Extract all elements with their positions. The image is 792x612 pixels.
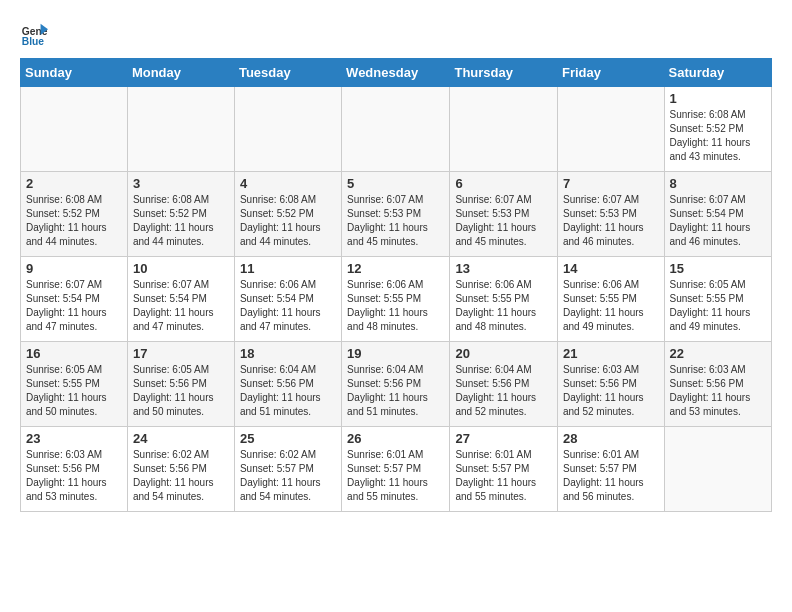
day-info: Sunrise: 6:01 AM Sunset: 5:57 PM Dayligh… <box>455 448 552 504</box>
weekday-header-friday: Friday <box>558 59 665 87</box>
day-number: 21 <box>563 346 659 361</box>
calendar-cell: 18Sunrise: 6:04 AM Sunset: 5:56 PM Dayli… <box>234 342 341 427</box>
day-info: Sunrise: 6:07 AM Sunset: 5:54 PM Dayligh… <box>133 278 229 334</box>
calendar-cell: 25Sunrise: 6:02 AM Sunset: 5:57 PM Dayli… <box>234 427 341 512</box>
day-number: 23 <box>26 431 122 446</box>
day-info: Sunrise: 6:06 AM Sunset: 5:55 PM Dayligh… <box>563 278 659 334</box>
day-number: 14 <box>563 261 659 276</box>
day-info: Sunrise: 6:07 AM Sunset: 5:54 PM Dayligh… <box>670 193 766 249</box>
day-number: 25 <box>240 431 336 446</box>
day-number: 17 <box>133 346 229 361</box>
day-number: 8 <box>670 176 766 191</box>
calendar-cell: 24Sunrise: 6:02 AM Sunset: 5:56 PM Dayli… <box>127 427 234 512</box>
calendar-cell: 15Sunrise: 6:05 AM Sunset: 5:55 PM Dayli… <box>664 257 771 342</box>
day-number: 9 <box>26 261 122 276</box>
day-number: 10 <box>133 261 229 276</box>
day-number: 27 <box>455 431 552 446</box>
day-info: Sunrise: 6:01 AM Sunset: 5:57 PM Dayligh… <box>347 448 444 504</box>
calendar-cell: 13Sunrise: 6:06 AM Sunset: 5:55 PM Dayli… <box>450 257 558 342</box>
calendar-cell: 17Sunrise: 6:05 AM Sunset: 5:56 PM Dayli… <box>127 342 234 427</box>
calendar-cell: 11Sunrise: 6:06 AM Sunset: 5:54 PM Dayli… <box>234 257 341 342</box>
day-info: Sunrise: 6:04 AM Sunset: 5:56 PM Dayligh… <box>240 363 336 419</box>
calendar-cell: 9Sunrise: 6:07 AM Sunset: 5:54 PM Daylig… <box>21 257 128 342</box>
day-number: 13 <box>455 261 552 276</box>
day-info: Sunrise: 6:03 AM Sunset: 5:56 PM Dayligh… <box>563 363 659 419</box>
day-number: 22 <box>670 346 766 361</box>
day-info: Sunrise: 6:04 AM Sunset: 5:56 PM Dayligh… <box>455 363 552 419</box>
calendar-cell: 20Sunrise: 6:04 AM Sunset: 5:56 PM Dayli… <box>450 342 558 427</box>
calendar-cell: 7Sunrise: 6:07 AM Sunset: 5:53 PM Daylig… <box>558 172 665 257</box>
day-info: Sunrise: 6:07 AM Sunset: 5:54 PM Dayligh… <box>26 278 122 334</box>
calendar-cell: 3Sunrise: 6:08 AM Sunset: 5:52 PM Daylig… <box>127 172 234 257</box>
calendar-cell: 27Sunrise: 6:01 AM Sunset: 5:57 PM Dayli… <box>450 427 558 512</box>
day-info: Sunrise: 6:08 AM Sunset: 5:52 PM Dayligh… <box>26 193 122 249</box>
day-number: 12 <box>347 261 444 276</box>
day-info: Sunrise: 6:03 AM Sunset: 5:56 PM Dayligh… <box>26 448 122 504</box>
weekday-header-thursday: Thursday <box>450 59 558 87</box>
weekday-header-saturday: Saturday <box>664 59 771 87</box>
calendar-cell: 8Sunrise: 6:07 AM Sunset: 5:54 PM Daylig… <box>664 172 771 257</box>
day-number: 11 <box>240 261 336 276</box>
calendar-cell: 6Sunrise: 6:07 AM Sunset: 5:53 PM Daylig… <box>450 172 558 257</box>
calendar-cell: 2Sunrise: 6:08 AM Sunset: 5:52 PM Daylig… <box>21 172 128 257</box>
calendar-cell <box>450 87 558 172</box>
day-info: Sunrise: 6:04 AM Sunset: 5:56 PM Dayligh… <box>347 363 444 419</box>
calendar-cell: 21Sunrise: 6:03 AM Sunset: 5:56 PM Dayli… <box>558 342 665 427</box>
day-info: Sunrise: 6:05 AM Sunset: 5:55 PM Dayligh… <box>670 278 766 334</box>
day-number: 26 <box>347 431 444 446</box>
day-info: Sunrise: 6:07 AM Sunset: 5:53 PM Dayligh… <box>347 193 444 249</box>
day-info: Sunrise: 6:06 AM Sunset: 5:54 PM Dayligh… <box>240 278 336 334</box>
day-info: Sunrise: 6:06 AM Sunset: 5:55 PM Dayligh… <box>347 278 444 334</box>
calendar-cell: 16Sunrise: 6:05 AM Sunset: 5:55 PM Dayli… <box>21 342 128 427</box>
calendar-cell: 12Sunrise: 6:06 AM Sunset: 5:55 PM Dayli… <box>342 257 450 342</box>
logo: General Blue <box>20 20 52 48</box>
day-info: Sunrise: 6:08 AM Sunset: 5:52 PM Dayligh… <box>670 108 766 164</box>
day-info: Sunrise: 6:07 AM Sunset: 5:53 PM Dayligh… <box>563 193 659 249</box>
calendar-cell <box>234 87 341 172</box>
calendar-cell <box>127 87 234 172</box>
day-info: Sunrise: 6:05 AM Sunset: 5:56 PM Dayligh… <box>133 363 229 419</box>
weekday-header-sunday: Sunday <box>21 59 128 87</box>
calendar-cell <box>342 87 450 172</box>
day-number: 3 <box>133 176 229 191</box>
day-number: 19 <box>347 346 444 361</box>
calendar-cell: 19Sunrise: 6:04 AM Sunset: 5:56 PM Dayli… <box>342 342 450 427</box>
day-info: Sunrise: 6:02 AM Sunset: 5:56 PM Dayligh… <box>133 448 229 504</box>
day-info: Sunrise: 6:08 AM Sunset: 5:52 PM Dayligh… <box>133 193 229 249</box>
day-number: 28 <box>563 431 659 446</box>
calendar-cell: 26Sunrise: 6:01 AM Sunset: 5:57 PM Dayli… <box>342 427 450 512</box>
day-number: 1 <box>670 91 766 106</box>
day-number: 7 <box>563 176 659 191</box>
day-number: 6 <box>455 176 552 191</box>
weekday-header-monday: Monday <box>127 59 234 87</box>
calendar-cell: 22Sunrise: 6:03 AM Sunset: 5:56 PM Dayli… <box>664 342 771 427</box>
day-number: 15 <box>670 261 766 276</box>
weekday-header-tuesday: Tuesday <box>234 59 341 87</box>
calendar-cell: 5Sunrise: 6:07 AM Sunset: 5:53 PM Daylig… <box>342 172 450 257</box>
day-info: Sunrise: 6:02 AM Sunset: 5:57 PM Dayligh… <box>240 448 336 504</box>
calendar-cell <box>558 87 665 172</box>
weekday-header-wednesday: Wednesday <box>342 59 450 87</box>
calendar-cell: 23Sunrise: 6:03 AM Sunset: 5:56 PM Dayli… <box>21 427 128 512</box>
calendar-cell: 10Sunrise: 6:07 AM Sunset: 5:54 PM Dayli… <box>127 257 234 342</box>
day-number: 5 <box>347 176 444 191</box>
calendar-cell: 1Sunrise: 6:08 AM Sunset: 5:52 PM Daylig… <box>664 87 771 172</box>
day-number: 16 <box>26 346 122 361</box>
calendar-cell: 14Sunrise: 6:06 AM Sunset: 5:55 PM Dayli… <box>558 257 665 342</box>
day-number: 4 <box>240 176 336 191</box>
day-info: Sunrise: 6:01 AM Sunset: 5:57 PM Dayligh… <box>563 448 659 504</box>
calendar-table: SundayMondayTuesdayWednesdayThursdayFrid… <box>20 58 772 512</box>
day-number: 18 <box>240 346 336 361</box>
svg-text:Blue: Blue <box>22 36 45 47</box>
day-info: Sunrise: 6:05 AM Sunset: 5:55 PM Dayligh… <box>26 363 122 419</box>
calendar-cell: 28Sunrise: 6:01 AM Sunset: 5:57 PM Dayli… <box>558 427 665 512</box>
day-info: Sunrise: 6:03 AM Sunset: 5:56 PM Dayligh… <box>670 363 766 419</box>
day-info: Sunrise: 6:07 AM Sunset: 5:53 PM Dayligh… <box>455 193 552 249</box>
calendar-cell <box>664 427 771 512</box>
day-number: 2 <box>26 176 122 191</box>
day-info: Sunrise: 6:08 AM Sunset: 5:52 PM Dayligh… <box>240 193 336 249</box>
day-number: 20 <box>455 346 552 361</box>
calendar-cell <box>21 87 128 172</box>
day-number: 24 <box>133 431 229 446</box>
calendar-cell: 4Sunrise: 6:08 AM Sunset: 5:52 PM Daylig… <box>234 172 341 257</box>
